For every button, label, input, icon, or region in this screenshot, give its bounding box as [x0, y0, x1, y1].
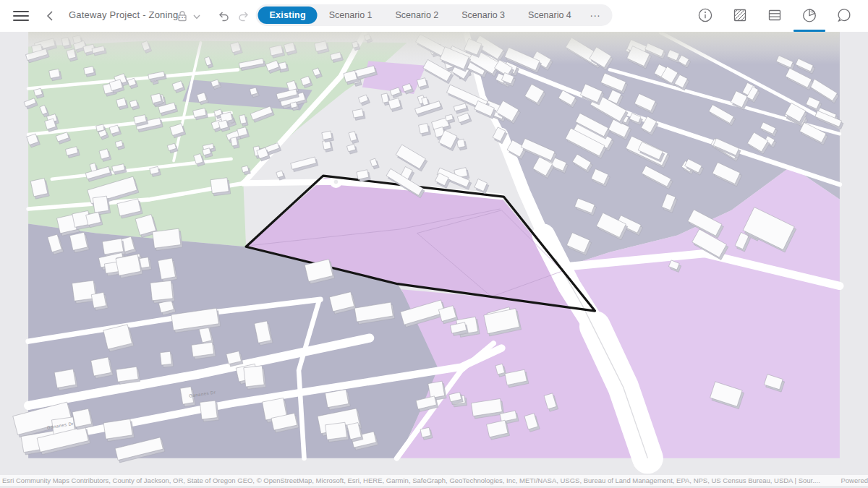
- powered-by-text: Powered: [841, 476, 868, 484]
- selected-tool-indicator: [793, 30, 825, 32]
- map-3d-scene[interactable]: Gananes DrGananes Dr: [0, 32, 868, 488]
- chevron-down-icon[interactable]: [190, 10, 203, 23]
- table-icon[interactable]: [765, 6, 784, 25]
- view-toolbar: [696, 6, 854, 25]
- lock-icon: [176, 9, 189, 23]
- back-icon[interactable]: [42, 7, 59, 25]
- attribution-text: Esri Community Maps Contributors, County…: [0, 476, 820, 484]
- menu-icon[interactable]: [12, 7, 30, 25]
- redo-icon[interactable]: [236, 8, 252, 24]
- tab-scenario-4[interactable]: Scenario 4: [516, 7, 583, 24]
- tab-overflow-menu[interactable]: ...: [583, 7, 605, 23]
- comment-icon[interactable]: [835, 6, 854, 25]
- scenario-tab-strip: ExistingScenario 1Scenario 2Scenario 3Sc…: [256, 4, 613, 26]
- arcgis-urban-app: Gateway Project - Zoning...: [0, 0, 868, 488]
- horizon-haze: [28, 32, 840, 64]
- project-title[interactable]: Gateway Project - Zoning...: [69, 9, 187, 20]
- top-bar: Gateway Project - Zoning...: [0, 0, 868, 32]
- undo-icon[interactable]: [216, 8, 231, 24]
- tab-scenario-1[interactable]: Scenario 1: [318, 7, 384, 24]
- chart-icon[interactable]: [800, 6, 819, 25]
- scene-canvas: Gananes DrGananes Dr: [0, 32, 868, 488]
- info-icon[interactable]: [696, 6, 715, 25]
- attribution-bar: Esri Community Maps Contributors, County…: [0, 475, 868, 486]
- tab-scenario-3[interactable]: Scenario 3: [450, 7, 516, 24]
- zoning-overlay-icon[interactable]: [731, 6, 749, 25]
- tab-existing[interactable]: Existing: [258, 7, 318, 24]
- tab-scenario-2[interactable]: Scenario 2: [384, 7, 451, 24]
